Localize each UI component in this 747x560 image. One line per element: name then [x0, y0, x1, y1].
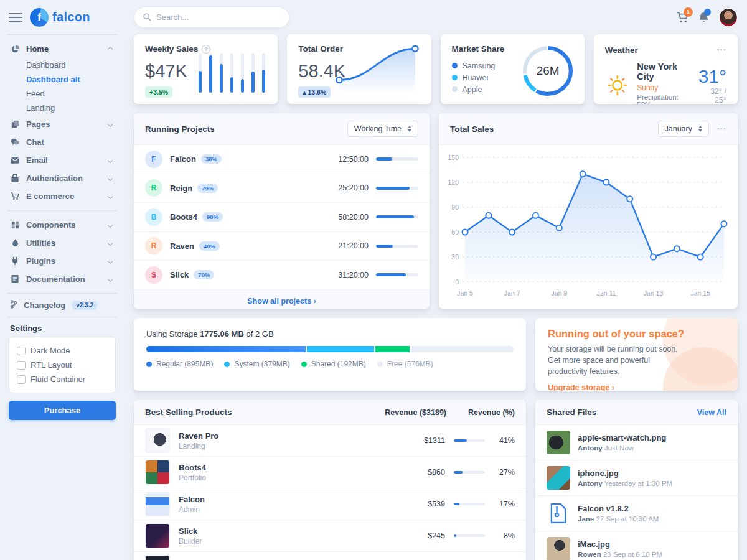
weather-range: 32° / 25°	[698, 87, 726, 105]
project-avatar: S	[145, 266, 162, 284]
rtl-layout-toggle[interactable]: RTL Layout	[17, 358, 108, 372]
product-name[interactable]: Slick	[179, 526, 202, 536]
fluid-container-checkbox[interactable]	[17, 375, 26, 384]
market-share-card: Market Share Samsung Huawei Apple 26M	[441, 34, 585, 104]
search-box[interactable]	[134, 7, 289, 28]
dark-mode-toggle[interactable]: Dark Mode	[17, 343, 108, 358]
hamburger-menu-icon[interactable]	[9, 11, 22, 24]
sort-arrows-icon	[698, 126, 702, 132]
sidebar-item-components[interactable]: Components	[9, 216, 116, 234]
project-progress	[376, 187, 418, 190]
sidebar-item-documentation[interactable]: Documentation	[9, 270, 116, 288]
file-name[interactable]: Falcon v1.8.2	[578, 504, 659, 513]
revenue-pct-column-header: Revenue (%)	[446, 408, 515, 417]
brand-name: falcon	[52, 10, 90, 24]
sidebar-item-email[interactable]: Email	[9, 151, 116, 169]
product-name[interactable]: Falcon	[179, 495, 205, 504]
file-archive-icon	[547, 502, 570, 525]
sidebar-item-ecommerce[interactable]: E commerce	[9, 187, 116, 205]
svg-text:0: 0	[455, 278, 459, 286]
project-name[interactable]: Reign	[170, 184, 192, 193]
working-time-select[interactable]: Working Time	[347, 121, 418, 137]
sidebar-item-label: Utilities	[26, 238, 102, 248]
files-list: apple-smart-watch.png Antony Just Now ip…	[535, 425, 738, 560]
plug-icon	[10, 257, 20, 265]
puzzle-icon	[10, 221, 20, 229]
select-value: January	[665, 124, 692, 133]
search-input[interactable]	[156, 12, 280, 22]
card-menu-icon[interactable]: ⋯	[716, 44, 726, 55]
legend-dot	[224, 362, 230, 367]
storage-segment	[375, 346, 410, 352]
sidebar-item-plugins[interactable]: Plugins	[9, 252, 116, 270]
sidebar-item-authentication[interactable]: Authentication	[9, 169, 116, 187]
fluid-container-toggle[interactable]: Fluid Container	[17, 372, 108, 386]
product-revenue: $539	[415, 500, 445, 508]
sidebar-item-label: Home	[26, 44, 102, 54]
caret-up-icon: ▴	[303, 88, 306, 96]
card-title: Total Sales	[450, 124, 494, 134]
notifications-button[interactable]	[698, 12, 709, 23]
user-avatar[interactable]	[719, 8, 738, 27]
product-progress	[454, 471, 485, 474]
flame-icon	[10, 239, 20, 247]
card-title: Running Projects	[145, 124, 215, 134]
sidebar-item-utilities[interactable]: Utilities	[9, 234, 116, 252]
sidebar-item-landing[interactable]: Landing	[9, 101, 116, 115]
file-name[interactable]: iMac.jpg	[578, 539, 662, 549]
market-share-donut-chart: 26M	[520, 43, 576, 101]
legend-dot	[377, 362, 383, 367]
svg-text:150: 150	[448, 154, 459, 161]
product-thumbnail	[145, 523, 170, 548]
upgrade-storage-link[interactable]: Upgrade storage ›	[548, 383, 614, 391]
project-percent-badge: 90%	[202, 212, 223, 222]
svg-text:Jan 15: Jan 15	[690, 289, 710, 297]
table-row: Boots4 Portfolio $860 27%	[134, 457, 526, 488]
sidebar-item-label: Chat	[26, 138, 115, 147]
project-row: R Raven 40% 21:20:00	[134, 232, 430, 261]
project-avatar: F	[145, 151, 162, 168]
rtl-layout-checkbox[interactable]	[17, 361, 26, 370]
weather-temp: 31°	[698, 66, 726, 87]
project-name[interactable]: Boots4	[170, 212, 197, 222]
file-name[interactable]: apple-smart-watch.png	[578, 433, 666, 442]
dark-mode-checkbox[interactable]	[17, 347, 26, 355]
cart-button[interactable]: 1	[677, 12, 688, 23]
svg-text:30: 30	[451, 253, 459, 261]
svg-text:Jan 5: Jan 5	[457, 289, 473, 297]
sidebar-item-home[interactable]: Home	[9, 40, 116, 58]
project-avatar: B	[145, 208, 162, 226]
month-select[interactable]: January	[658, 121, 709, 137]
sidebar-item-label: Pages	[26, 119, 102, 129]
file-name[interactable]: iphone.jpg	[578, 469, 672, 478]
sidebar-item-changelog[interactable]: Changelog v2.3.2	[9, 294, 116, 317]
brand-logo[interactable]: f falcon	[30, 8, 90, 27]
product-name[interactable]: Raven Pro	[179, 431, 218, 441]
storage-progress-bar	[146, 346, 514, 352]
purchase-button[interactable]: Purchase	[9, 401, 116, 420]
chevron-down-icon	[108, 175, 113, 180]
notification-dot	[704, 9, 711, 16]
sidebar-item-label: Plugins	[26, 256, 102, 266]
storage-segment	[146, 346, 306, 352]
sidebar-item-pages[interactable]: Pages	[9, 115, 116, 133]
project-name[interactable]: Raven	[170, 241, 194, 251]
card-menu-icon[interactable]: ⋯	[716, 123, 726, 134]
bottom-row: Best Selling Products Revenue ($3189) Re…	[134, 400, 738, 560]
sidebar-item-dashboard-alt[interactable]: Dashboard alt	[9, 72, 116, 86]
help-icon[interactable]: ?	[202, 45, 210, 54]
sidebar-item-chat[interactable]: Chat	[9, 133, 116, 151]
sidebar: f falcon Home Dashboard Dashboard alt Fe…	[0, 0, 125, 560]
product-name[interactable]: Boots4	[179, 463, 206, 472]
product-thumbnail	[145, 460, 170, 485]
project-name[interactable]: Slick	[170, 270, 189, 279]
view-all-link[interactable]: View All	[697, 408, 726, 417]
show-all-projects-link[interactable]: Show all projects ›	[247, 297, 316, 306]
weather-condition: Sunny	[637, 83, 690, 92]
weekly-sales-bar-chart	[199, 58, 265, 93]
sidebar-item-feed[interactable]: Feed	[9, 86, 116, 101]
sidebar-item-dashboard[interactable]: Dashboard	[9, 58, 116, 72]
svg-text:120: 120	[448, 179, 459, 186]
total-sales-card: Total Sales January ⋯ 0306090120150Jan 5…	[439, 113, 738, 309]
project-name[interactable]: Falcon	[170, 154, 196, 164]
